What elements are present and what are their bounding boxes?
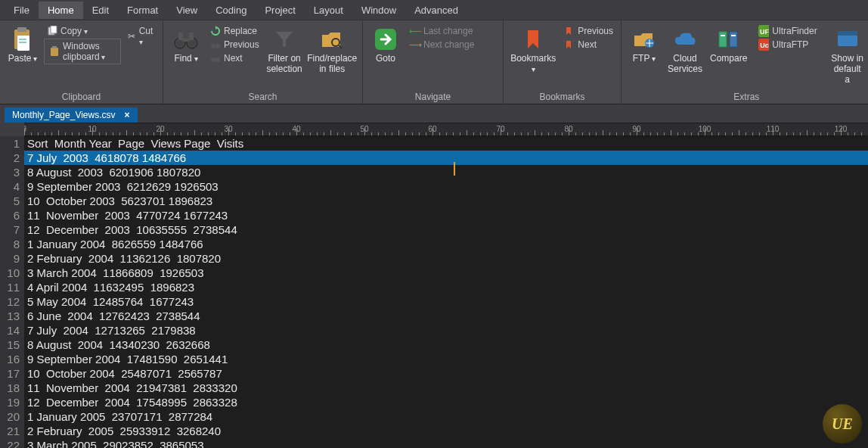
search-next-button[interactable]: Next <box>207 52 262 64</box>
findfiles-label: Find/replace in files <box>307 54 357 75</box>
ftp-button[interactable]: FTP <box>626 23 662 67</box>
ribbon-group-bookmarks: Bookmarks Previous Next Bookmarks <box>504 20 622 104</box>
code-line[interactable]: 4 April 2004 11632495 1896823 <box>24 280 868 294</box>
code-line[interactable]: 11 November 2004 21947381 2833320 <box>24 381 868 395</box>
svg-rect-24 <box>721 35 725 36</box>
line-number: 5 <box>3 194 20 208</box>
line-number: 11 <box>3 280 20 294</box>
code-line[interactable]: Sort Month Year Page Views Page Visits <box>24 136 868 151</box>
cut-button[interactable]: ✂ Cut <box>124 25 158 48</box>
menu-item-file[interactable]: File <box>5 2 39 19</box>
goto-button[interactable]: Goto <box>367 23 404 67</box>
compare-icon <box>716 26 742 52</box>
line-number: 6 <box>3 208 20 222</box>
bookmark-next-icon <box>564 39 575 50</box>
text-editor[interactable]: 12345678910111213141516171819202122 Sort… <box>0 136 868 448</box>
code-line[interactable]: 10 October 2004 25487071 2565787 <box>24 366 868 381</box>
menu-item-project[interactable]: Project <box>256 2 304 19</box>
menu-item-edit[interactable]: Edit <box>83 2 118 19</box>
group-label-bookmarks: Bookmarks <box>508 90 616 104</box>
find-button[interactable]: Find <box>168 23 204 67</box>
compare-label: Compare <box>710 54 747 64</box>
code-line[interactable]: 9 September 2004 17481590 2651441 <box>24 352 868 366</box>
compare-button[interactable]: Compare <box>708 23 749 67</box>
last-change-button[interactable]: ⟵Last change <box>407 25 477 37</box>
ftp-folder-icon <box>631 26 657 52</box>
ultrafinder-button[interactable]: UFUltraFinder <box>755 25 820 37</box>
code-line[interactable]: 10 October 2003 5623701 1896823 <box>24 194 868 208</box>
bookmark-prev-icon <box>564 26 575 36</box>
svg-rect-7 <box>51 48 58 56</box>
menu-item-home[interactable]: Home <box>39 2 83 19</box>
paste-label: Paste <box>8 54 37 64</box>
code-line[interactable]: 1 January 2005 23707171 2877284 <box>24 409 868 424</box>
app-window-icon <box>835 26 860 52</box>
binoc-next-icon <box>210 53 221 64</box>
code-area[interactable]: Sort Month Year Page Views Page Visits7 … <box>24 136 868 448</box>
bookmark-previous-button[interactable]: Previous <box>561 25 616 37</box>
code-line[interactable]: 2 February 2004 11362126 1807820 <box>24 251 868 266</box>
code-line[interactable]: 5 May 2004 12485764 1677243 <box>24 294 868 309</box>
menu-item-coding[interactable]: Coding <box>206 2 256 19</box>
svg-rect-12 <box>189 33 194 40</box>
line-number: 20 <box>3 409 20 424</box>
line-number: 21 <box>3 424 20 438</box>
menu-item-window[interactable]: Window <box>352 2 405 19</box>
ultraftp-button[interactable]: UcUltraFTP <box>755 39 820 51</box>
copy-button[interactable]: Copy <box>44 25 121 37</box>
ribbon-group-navigate: Goto ⟵Last change ⟶Next change Navigate <box>363 20 504 104</box>
bookmark-icon <box>520 26 546 52</box>
show-in-default-button[interactable]: Show in default a <box>828 23 867 88</box>
replace-button[interactable]: Replace <box>207 25 262 37</box>
code-line[interactable]: 3 March 2004 11866809 1926503 <box>24 266 868 280</box>
svg-rect-25 <box>731 35 736 36</box>
menu-item-layout[interactable]: Layout <box>305 2 352 19</box>
group-label-clipboard: Clipboard <box>5 90 158 104</box>
line-number: 8 <box>3 237 20 251</box>
code-line[interactable]: 8 August 2003 6201906 1807820 <box>24 165 868 179</box>
code-line[interactable]: 11 November 2003 4770724 1677243 <box>24 208 868 222</box>
line-number: 14 <box>3 323 20 338</box>
code-line[interactable]: 2 February 2005 25933912 3268240 <box>24 424 868 438</box>
code-line[interactable]: 1 January 2004 8626559 1484766 <box>24 237 868 251</box>
document-tab[interactable]: Monthly_Page_Views.csv × <box>5 107 138 123</box>
line-number: 22 <box>3 438 20 448</box>
ftp-label: FTP <box>633 54 656 64</box>
menu-item-format[interactable]: Format <box>118 2 167 19</box>
paste-button[interactable]: Paste <box>5 23 41 67</box>
code-line[interactable]: 7 July 2004 12713265 2179838 <box>24 323 868 338</box>
code-line[interactable]: 8 August 2004 14340230 2632668 <box>24 338 868 352</box>
text-caret <box>454 162 455 176</box>
ribbon: Paste Copy Windows clipboard ✂ Cut Clipb <box>0 20 868 104</box>
code-line[interactable]: 9 September 2003 6212629 1926503 <box>24 179 868 194</box>
menu-item-view[interactable]: View <box>167 2 206 19</box>
windows-clipboard-button[interactable]: Windows clipboard <box>44 39 121 64</box>
code-line[interactable]: 12 December 2004 17548995 2863328 <box>24 395 868 409</box>
code-line[interactable]: 7 July 2003 4618078 1484766 <box>24 151 868 165</box>
find-in-files-button[interactable]: Find/replace in files <box>306 23 358 78</box>
group-label-navigate: Navigate <box>367 90 498 104</box>
code-line[interactable]: 3 March 2005 29023852 3865053 <box>24 438 868 448</box>
bookmarks-button[interactable]: Bookmarks <box>508 23 558 78</box>
svg-rect-4 <box>19 42 26 43</box>
cloud-services-button[interactable]: Cloud Services <box>665 23 705 78</box>
filter-on-selection-button[interactable]: Filter on selection <box>265 23 304 78</box>
group-label-search: Search <box>168 90 358 104</box>
folder-search-icon <box>319 26 345 52</box>
tab-title: Monthly_Page_Views.csv <box>12 110 116 120</box>
ribbon-group-search: Find Replace Previous Next Filter on sel… <box>163 20 363 104</box>
svg-rect-31 <box>838 31 857 36</box>
next-change-button[interactable]: ⟶Next change <box>407 39 477 51</box>
code-line[interactable]: 6 June 2004 12762423 2738544 <box>24 309 868 323</box>
code-line[interactable]: 12 December 2003 10635555 2738544 <box>24 222 868 237</box>
copy-icon <box>47 26 57 36</box>
svg-rect-6 <box>51 26 57 33</box>
binoculars-icon <box>173 26 199 52</box>
svg-rect-1 <box>17 27 26 32</box>
clipboard-icon <box>49 46 60 57</box>
tab-close-icon[interactable]: × <box>123 110 132 120</box>
menu-item-advanced[interactable]: Advanced <box>405 2 467 19</box>
bookmark-next-button[interactable]: Next <box>561 39 616 51</box>
line-number: 18 <box>3 381 20 395</box>
search-previous-button[interactable]: Previous <box>207 39 262 51</box>
